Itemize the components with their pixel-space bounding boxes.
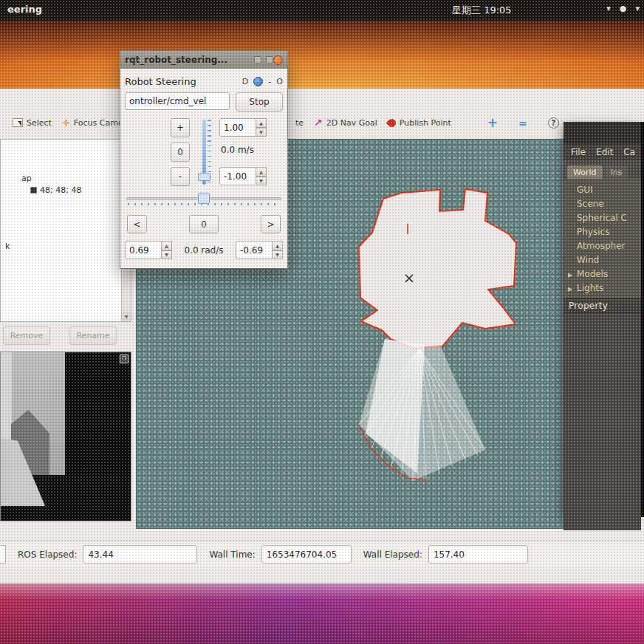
- sound-icon[interactable]: ▾: [606, 4, 611, 13]
- active-window-title: eering: [7, 4, 42, 15]
- time-panel: ROS Elapsed: 43.44 Wall Time: 1653476704…: [0, 541, 644, 567]
- remove-tool-icon[interactable]: [518, 116, 527, 130]
- slider-handle[interactable]: [198, 193, 210, 204]
- maximize-icon[interactable]: [266, 56, 273, 64]
- ros-elapsed-value: 43.44: [88, 549, 113, 560]
- tree-item-lights[interactable]: ▶Lights: [564, 281, 641, 295]
- spin-up-icon[interactable]: [273, 241, 283, 250]
- property-header-label: Property: [569, 301, 608, 311]
- partial-tool-button[interactable]: te: [290, 113, 309, 132]
- property-area: [564, 313, 641, 530]
- plugin-close-icon[interactable]: O: [276, 77, 283, 86]
- clock[interactable]: 星期三 19:05: [452, 4, 512, 17]
- linear-min-spinbox[interactable]: -1.00: [219, 167, 267, 185]
- spin-up-icon[interactable]: [256, 118, 267, 128]
- dock-icon[interactable]: D: [242, 77, 248, 86]
- select-tool-button[interactable]: Select: [7, 113, 57, 132]
- gazebo-titlebar: [564, 122, 641, 144]
- rename-button[interactable]: Rename: [69, 326, 117, 345]
- power-icon[interactable]: ●: [620, 4, 627, 13]
- spin-buttons: [256, 118, 267, 137]
- gazebo-menu-partial[interactable]: Ca: [623, 147, 635, 157]
- linear-velocity-slider[interactable]: [197, 120, 213, 185]
- gazebo-menu-file[interactable]: File: [571, 147, 586, 157]
- gazebo-world-tree: GUI Scene Spherical C Physics Atmospher …: [564, 179, 641, 298]
- tree-row-map[interactable]: ap: [21, 174, 32, 183]
- angular-min-spinbox[interactable]: -0.69: [236, 241, 283, 259]
- slider-handle[interactable]: [198, 173, 210, 181]
- ros-elapsed-label: ROS Elapsed:: [18, 549, 77, 560]
- plugin-title: Robot Steering: [125, 76, 237, 87]
- gazebo-menubar: File Edit Ca: [564, 144, 641, 160]
- property-header: Property: [564, 298, 641, 313]
- angular-right-button[interactable]: >: [261, 215, 281, 233]
- settings-globe-icon[interactable]: [253, 77, 263, 86]
- topic-input[interactable]: ontroller/cmd_vel: [125, 92, 230, 110]
- tree-item-physics-label: Physics: [577, 227, 609, 237]
- displays-panel: ap 48; 48; 48 k: [0, 139, 131, 322]
- collapse-icon[interactable]: -: [268, 77, 271, 86]
- tree-item-atmosphere[interactable]: Atmospher: [564, 239, 641, 253]
- angular-max-spinbox[interactable]: 0.69: [125, 241, 172, 259]
- nav-goal-icon: [314, 117, 323, 129]
- spin-down-icon[interactable]: [162, 250, 172, 260]
- spin-buttons: [256, 167, 267, 185]
- tree-item-models[interactable]: ▶Models: [564, 267, 641, 281]
- gazebo-menu-edit[interactable]: Edit: [596, 147, 613, 157]
- help-icon[interactable]: [548, 117, 559, 129]
- steering-titlebar[interactable]: rqt_robot_steering...: [120, 51, 287, 69]
- tree-item-scene-label: Scene: [577, 199, 604, 209]
- linear-decrease-button[interactable]: -: [171, 167, 190, 186]
- add-tool-icon[interactable]: [487, 115, 498, 130]
- nav-goal-tool-button[interactable]: 2D Nav Goal: [309, 113, 383, 132]
- tab-insert[interactable]: Ins: [605, 165, 628, 179]
- angular-velocity-slider[interactable]: [126, 193, 281, 205]
- spin-buttons: [162, 241, 172, 259]
- tab-world[interactable]: World: [567, 165, 603, 179]
- scroll-down-icon[interactable]: [122, 312, 131, 321]
- stop-button[interactable]: Stop: [236, 92, 283, 112]
- expand-icon[interactable]: ▶: [568, 269, 572, 281]
- linear-min-value[interactable]: -1.00: [219, 167, 256, 185]
- ros-elapsed-field[interactable]: 43.44: [83, 545, 197, 564]
- linear-max-spinbox[interactable]: 1.00: [219, 118, 267, 137]
- partial-field[interactable]: [0, 545, 6, 564]
- spin-down-icon[interactable]: [273, 250, 283, 260]
- undock-icon[interactable]: [120, 354, 129, 363]
- linear-zero-button[interactable]: 0: [171, 143, 190, 162]
- remove-button[interactable]: Remove: [3, 326, 50, 345]
- tree-item-spherical[interactable]: Spherical C: [564, 211, 641, 225]
- tree-row-color[interactable]: 48; 48; 48: [30, 185, 81, 195]
- spin-down-icon[interactable]: [256, 177, 267, 186]
- topic-row: ontroller/cmd_vel Stop: [125, 92, 283, 112]
- angular-min-value[interactable]: -0.69: [236, 241, 273, 259]
- tree-item-scene[interactable]: Scene: [564, 197, 641, 211]
- angular-buttons-row: < 0 >: [125, 215, 283, 233]
- angular-max-value[interactable]: 0.69: [125, 241, 162, 259]
- spin-buttons: [273, 241, 283, 259]
- nav-goal-label: 2D Nav Goal: [326, 118, 377, 128]
- angular-zero-button[interactable]: 0: [189, 215, 219, 233]
- wall-time-field[interactable]: 1653476704.05: [261, 545, 352, 564]
- spin-up-icon[interactable]: [256, 167, 267, 177]
- publish-point-tool-button[interactable]: Publish Point: [383, 113, 456, 132]
- expand-icon[interactable]: ▶: [568, 283, 572, 295]
- close-icon[interactable]: [273, 55, 283, 65]
- map-shape: [359, 189, 516, 348]
- minimize-icon[interactable]: [254, 56, 261, 64]
- session-menu-icon[interactable]: ▾: [635, 4, 640, 13]
- tree-row-k-label: k: [5, 242, 10, 251]
- tree-item-models-label: Models: [577, 269, 608, 279]
- spin-up-icon[interactable]: [162, 241, 172, 250]
- linear-increase-button[interactable]: +: [171, 118, 190, 137]
- spin-down-icon[interactable]: [256, 128, 267, 137]
- tree-item-physics[interactable]: Physics: [564, 225, 641, 239]
- tree-row-k[interactable]: k: [5, 242, 10, 251]
- tree-item-gui[interactable]: GUI: [564, 183, 641, 197]
- angular-left-button[interactable]: <: [127, 215, 147, 233]
- system-tray[interactable]: ▾ ● ▾: [606, 4, 640, 13]
- wall-elapsed-field[interactable]: 157.40: [428, 545, 528, 564]
- wallpaper-top: [0, 21, 644, 89]
- linear-max-value[interactable]: 1.00: [219, 118, 256, 137]
- tree-item-wind[interactable]: Wind: [564, 253, 641, 267]
